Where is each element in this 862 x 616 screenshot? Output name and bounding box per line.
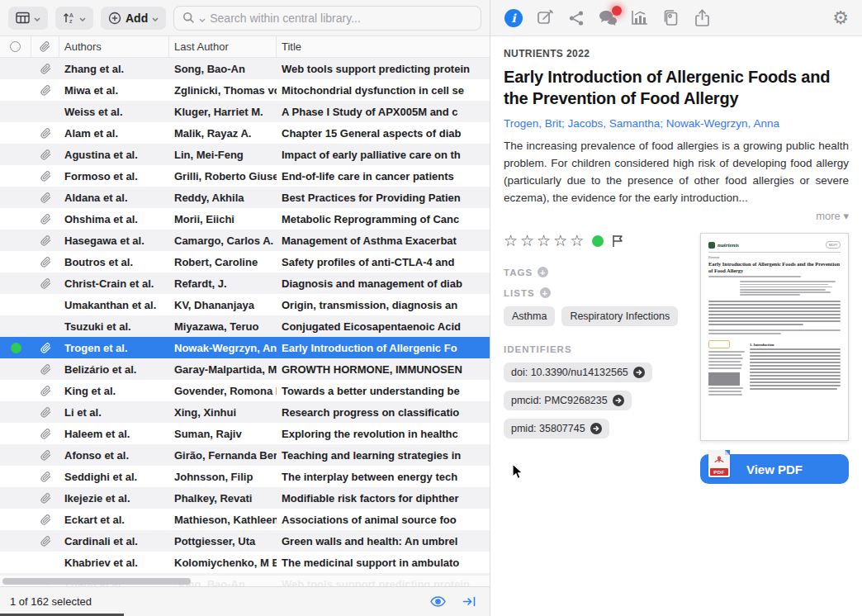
info-tab-icon[interactable]: i [504,8,523,28]
table-row[interactable]: Cardinali et al. Pottgiesser, Uta Green … [0,530,490,552]
copy-citation-icon[interactable] [661,8,680,28]
export-icon[interactable] [692,8,712,28]
table-row[interactable]: Khabriev et al. Kolomiychenko, M E The m… [0,552,490,573]
svg-text:A: A [69,12,73,18]
thumbnail-article-type: Review [708,255,841,259]
table-row[interactable]: Ohshima et al. Morii, Eiichi Metabolic R… [0,208,490,230]
table-row[interactable]: Li et al. Xing, Xinhui Research progress… [0,401,490,423]
more-link[interactable]: more ▾ [816,210,849,222]
add-list-icon[interactable]: + [540,287,551,298]
tags-section-label: TAGS [504,268,533,277]
open-link-icon [613,395,624,406]
plus-circle-icon [108,12,121,25]
table-row[interactable]: Seddighi et al. Johnsson, Filip The inte… [0,466,490,487]
list-pill[interactable]: Asthma [504,306,555,326]
rating-star-icon[interactable]: ☆ [553,233,567,249]
view-pdf-label: View PDF [746,462,803,476]
chevron-down-icon [34,12,40,24]
attachment-icon [40,514,51,525]
search-scope-chevron-icon[interactable] [199,11,206,26]
add-button[interactable]: Add [101,7,166,30]
journal-year-line: NUTRIENTS 2022 [504,48,849,59]
share-icon[interactable] [566,8,586,28]
attachment-icon [40,171,51,182]
paper-abstract: The increasing prevalence of food allerg… [504,138,849,207]
select-all-circle[interactable] [10,41,21,52]
horizontal-scrollbar[interactable] [0,576,490,586]
doi-identifier-pill[interactable]: doi: 10.3390/nu14132565 [504,362,652,382]
collapse-panel-icon[interactable] [462,596,476,607]
identifiers-section-label: IDENTIFIERS [504,344,572,354]
sort-button[interactable]: Az [55,7,93,30]
attachment-icon [40,471,51,482]
attachment-icon [40,536,51,547]
thumbnail-section-heading: 1. Introduction [750,343,841,347]
chevron-down-icon [152,12,159,24]
table-row[interactable]: Christ-Crain et al. Refardt, J. Diagnosi… [0,272,490,294]
detail-content: NUTRIENTS 2022 Early Introduction of All… [490,36,862,616]
list-pill[interactable]: Respiratory Infections [561,306,678,326]
table-row[interactable]: Aldana et al. Reddy, Akhila Best Practic… [0,187,490,208]
table-row[interactable]: Hasegawa et al. Camargo, Carlos A. Manag… [0,230,490,251]
table-row[interactable]: Belizário et al. Garay-Malpartida, Mi… G… [0,358,490,380]
thumbnail-journal-name: nutrients [718,242,739,249]
paperclip-icon [40,41,50,52]
table-row[interactable]: Zhang et al. Song, Bao-An Web tools supp… [0,58,490,79]
status-bar: 1 of 162 selected [0,586,490,616]
attachment-column-header[interactable] [31,36,59,57]
detail-panel: i ⚙ NUTRIENTS 2022 Early [490,0,862,616]
search-box[interactable] [173,6,481,31]
search-input[interactable] [210,12,472,25]
paper-authors[interactable]: Trogen, Brit; Jacobs, Samantha; Nowak-We… [504,117,849,130]
comments-icon[interactable] [598,8,618,28]
table-row[interactable]: Umakanthan et al. KV, Dhananjaya Origin,… [0,294,490,315]
metrics-chart-icon[interactable] [629,8,649,28]
rating-star-icon[interactable]: ☆ [520,233,534,249]
add-tag-icon[interactable]: + [538,267,548,277]
read-status-dot[interactable] [592,235,604,247]
table-row[interactable]: Tsuzuki et al. Miyazawa, Teruo Conjugate… [0,315,490,337]
table-row[interactable]: Haleem et al. Suman, Rajiv Exploring the… [0,423,490,444]
table-row[interactable]: Boutros et al. Robert, Caroline Safety p… [0,251,490,272]
table-row[interactable]: Trogen et al. Nowak-Wegrzyn, Anna Early … [0,337,490,358]
flag-icon[interactable] [612,235,623,248]
attachment-icon [40,128,51,139]
pmcid-identifier-pill[interactable]: pmcid: PMC9268235 [504,391,632,410]
rating-star-icon[interactable]: ☆ [504,233,518,249]
table-row[interactable]: Eckart et al. Mathieson, Kathleen Associ… [0,509,490,530]
table-row[interactable]: King et al. Govender, Romona D… Towards … [0,380,490,401]
title-column-header[interactable]: Title [277,36,490,57]
pdf-column: nutrients MDPI Review Early Introduction… [700,233,849,484]
rating-star-icon[interactable]: ☆ [570,233,584,249]
rating-star-icon[interactable]: ☆ [537,233,551,249]
view-pdf-button[interactable]: PDF View PDF [700,454,849,484]
attachment-icon [40,429,51,439]
preview-eye-icon[interactable] [430,596,446,607]
check-updates-badge [708,340,730,348]
table-row[interactable]: Formoso et al. Grilli, Roberto Giusep… E… [0,165,490,187]
attachment-icon [40,235,51,246]
authors-column-header[interactable]: Authors [59,36,169,57]
edit-icon[interactable] [535,8,555,28]
table-row[interactable]: Afonso et al. Girão, Fernanda Berc… Teac… [0,444,490,466]
last-author-column-header[interactable]: Last Author [169,36,277,57]
add-button-label: Add [126,12,148,25]
library-toolbar: Az Add [0,0,490,36]
pmid-identifier-pill[interactable]: pmid: 35807745 [504,419,609,438]
horizontal-scrollbar-thumb[interactable] [2,578,191,585]
table-row[interactable]: Weiss et al. Kluger, Harriet M. A Phase … [0,101,490,122]
attachment-icon [40,364,51,375]
view-options-button[interactable] [8,7,48,30]
open-link-icon [590,423,602,434]
pdf-thumbnail[interactable]: nutrients MDPI Review Early Introduction… [700,233,849,441]
selection-count: 1 of 162 selected [10,595,92,608]
attachment-icon [40,278,51,289]
attachment-icon [40,343,51,353]
table-row[interactable]: Alam et al. Malik, Rayaz A. Chapter 15 G… [0,122,490,144]
table-row[interactable]: Ikejezie et al. Phalkey, Revati Modifiab… [0,487,490,509]
settings-gear-icon[interactable]: ⚙ [832,9,849,27]
table-row[interactable]: Agustina et al. Lin, Mei-Feng Impact of … [0,144,490,165]
detail-toolbar: i ⚙ [490,0,862,36]
table-body: Zhang et al. Song, Bao-An Web tools supp… [0,58,490,586]
table-row[interactable]: Miwa et al. Zglinicki, Thomas von Mitoch… [0,79,490,101]
